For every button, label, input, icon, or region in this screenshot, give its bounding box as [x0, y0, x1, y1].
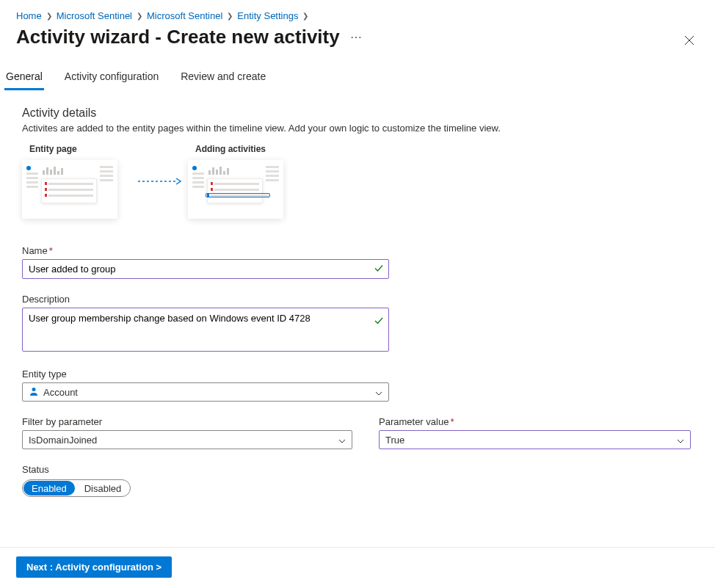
entity-type-label: Entity type [22, 369, 693, 380]
illustration: Entity page Adding activities [22, 144, 693, 219]
content-area: Activity details Activites are added to … [0, 90, 715, 497]
section-title: Activity details [22, 106, 693, 120]
tabs: General Activity configuration Review an… [0, 51, 715, 90]
chevron-down-icon [375, 387, 382, 398]
filter-parameter-select[interactable]: IsDomainJoined [22, 430, 352, 449]
entity-type-select[interactable]: Account [22, 382, 389, 402]
page-title: Activity wizard - Create new activity [16, 26, 340, 48]
svg-point-1 [32, 388, 36, 391]
parameter-value-select[interactable]: True [379, 430, 691, 449]
chevron-right-icon: ❯ [137, 12, 142, 20]
entity-type-value: Account [43, 387, 78, 398]
parameter-value-value: True [385, 435, 404, 446]
illustration-adding-activities [188, 160, 283, 219]
status-toggle[interactable]: Enabled Disabled [22, 479, 131, 497]
page-header: Activity wizard - Create new activity ⋯ [0, 26, 715, 51]
check-icon [374, 264, 383, 275]
tab-general[interactable]: General [4, 66, 44, 90]
illustration-entity-page [22, 160, 117, 219]
section-description: Activites are added to the entity pages … [22, 123, 693, 134]
breadcrumb-entity-settings[interactable]: Entity Settings [237, 10, 298, 21]
illustration-label-entity: Entity page [22, 144, 132, 154]
illustration-label-adding: Adding activities [188, 144, 298, 154]
status-enabled[interactable]: Enabled [23, 481, 75, 496]
chevron-down-icon [677, 435, 684, 446]
filter-parameter-value: IsDomainJoined [29, 435, 97, 446]
param-value-label: Parameter value* [379, 416, 691, 427]
breadcrumb: Home ❯ Microsoft Sentinel ❯ Microsoft Se… [0, 0, 715, 26]
arrow-right-icon [138, 178, 182, 185]
description-label: Description [22, 294, 693, 305]
chevron-right-icon: ❯ [46, 12, 52, 20]
breadcrumb-home[interactable]: Home [16, 10, 42, 21]
more-actions-button[interactable]: ⋯ [350, 32, 362, 43]
tab-review-create[interactable]: Review and create [179, 66, 267, 90]
breadcrumb-sentinel-1[interactable]: Microsoft Sentinel [57, 10, 132, 21]
next-button[interactable]: Next : Activity configuration > [16, 556, 172, 578]
status-label: Status [22, 464, 693, 475]
chevron-down-icon [338, 435, 346, 446]
breadcrumb-sentinel-2[interactable]: Microsoft Sentinel [147, 10, 222, 21]
name-input[interactable] [22, 259, 389, 279]
check-icon [374, 316, 383, 327]
close-icon [684, 35, 694, 46]
tab-activity-configuration[interactable]: Activity configuration [63, 66, 160, 90]
chevron-right-icon: ❯ [227, 12, 233, 20]
description-textarea[interactable] [22, 308, 389, 352]
account-icon [29, 386, 39, 399]
status-disabled[interactable]: Disabled [76, 480, 131, 496]
footer: Next : Activity configuration > [0, 547, 715, 578]
name-label: Name* [22, 245, 693, 256]
chevron-right-icon: ❯ [302, 12, 308, 20]
close-button[interactable] [684, 35, 694, 48]
filter-label: Filter by parameter [22, 416, 352, 427]
